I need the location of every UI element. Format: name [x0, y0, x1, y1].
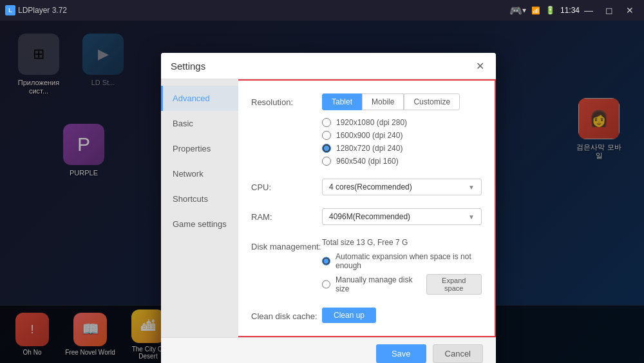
desktop: ⊞ Приложения сист... ▶ LD St... P PURPLE…	[0, 21, 644, 363]
cpu-dropdown[interactable]: 4 cores(Recommended) ▼	[322, 179, 482, 195]
app-icon: L	[5, 5, 15, 15]
resolution-options: 1920x1080 (dpi 280) 1600x900 (dpi 240) 1…	[322, 118, 482, 166]
resolution-tabs: Tablet Mobile Customize	[322, 93, 482, 110]
disk-manual-label: Manually manage disk size	[336, 275, 421, 293]
disk-field: Total size 13 G, Free 7 G Automatic expa…	[322, 238, 482, 295]
disk-manual-radio[interactable]	[322, 280, 330, 289]
settings-body: Advanced Basic Properties Network Shortc…	[161, 79, 496, 337]
cpu-row: CPU: 4 cores(Recommended) ▼	[251, 179, 482, 195]
ram-dropdown-arrow: ▼	[468, 213, 475, 221]
res-1600[interactable]: 1600x900 (dpi 240)	[322, 131, 482, 140]
title-bar: L LDPlayer 3.72 🎮 ▾ 📶 🔋 11:34 — ◻ ✕	[0, 0, 644, 21]
expand-space-button[interactable]: Expand space	[426, 274, 482, 295]
settings-close-button[interactable]: ✕	[473, 59, 486, 72]
disk-manual-option[interactable]: Manually manage disk size	[322, 275, 421, 293]
system-tray: ▾ 📶 🔋 11:34	[522, 6, 580, 15]
clean-label: Clean disk cache:	[251, 308, 322, 321]
res-960[interactable]: 960x540 (dpi 160)	[322, 157, 482, 166]
ram-dropdown[interactable]: 4096M(Recommended) ▼	[322, 208, 482, 225]
resolution-row: Resolution: Tablet Mobile Customize 1920…	[251, 93, 482, 166]
res-1920-radio[interactable]	[322, 118, 331, 127]
nav-shortcuts[interactable]: Shortcuts	[161, 186, 238, 211]
res-1920[interactable]: 1920x1080 (dpi 280)	[322, 118, 482, 127]
nav-basic[interactable]: Basic	[161, 111, 238, 136]
cpu-value: 4 cores(Recommended)	[329, 182, 412, 191]
cpu-dropdown-arrow: ▼	[468, 184, 475, 191]
res-1280-label: 1280x720 (dpi 240)	[336, 144, 402, 153]
settings-content: Resolution: Tablet Mobile Customize 1920…	[238, 79, 496, 337]
settings-dialog: Settings ✕ Advanced Basic Properties Net…	[161, 53, 496, 363]
save-button[interactable]: Save	[376, 344, 426, 363]
minimize-button[interactable]: —	[580, 3, 598, 17]
res-960-label: 960x540 (dpi 160)	[336, 157, 399, 166]
disk-auto-label: Automatic expansion when space is not en…	[336, 252, 482, 270]
clean-row: Clean disk cache: Clean up	[251, 308, 482, 323]
disk-auto-radio[interactable]	[322, 257, 330, 266]
wifi-icon: ▾	[522, 6, 526, 15]
res-1600-radio[interactable]	[322, 131, 331, 140]
nav-game-settings[interactable]: Game settings	[161, 211, 238, 237]
ram-field: 4096M(Recommended) ▼	[322, 208, 482, 225]
settings-nav: Advanced Basic Properties Network Shortc…	[161, 79, 238, 337]
tab-tablet[interactable]: Tablet	[322, 93, 362, 110]
cleanup-button[interactable]: Clean up	[322, 308, 376, 323]
ram-label: RAM:	[251, 208, 322, 222]
cpu-label: CPU:	[251, 179, 322, 192]
ram-row: RAM: 4096M(Recommended) ▼	[251, 208, 482, 225]
settings-title-bar: Settings ✕	[161, 53, 496, 79]
disk-label: Disk management:	[251, 238, 322, 251]
res-1920-label: 1920x1080 (dpi 280)	[336, 118, 407, 127]
tab-mobile[interactable]: Mobile	[362, 93, 404, 110]
resolution-field: Tablet Mobile Customize 1920x1080 (dpi 2…	[322, 93, 482, 166]
clock: 11:34	[560, 6, 580, 15]
cpu-field: 4 cores(Recommended) ▼	[322, 179, 482, 195]
resolution-label: Resolution:	[251, 93, 322, 107]
battery-icon: 🔋	[545, 6, 555, 15]
window-controls[interactable]: — ◻ ✕	[580, 3, 639, 17]
maximize-button[interactable]: ◻	[600, 3, 618, 17]
cancel-button[interactable]: Cancel	[433, 344, 483, 363]
settings-footer: Save Cancel	[161, 337, 496, 363]
res-1280-radio[interactable]	[322, 144, 331, 153]
ram-value: 4096M(Recommended)	[329, 212, 410, 221]
clean-field: Clean up	[322, 308, 482, 323]
disk-info: Total size 13 G, Free 7 G	[322, 238, 482, 247]
close-button[interactable]: ✕	[621, 3, 639, 17]
res-960-radio[interactable]	[322, 157, 331, 166]
settings-title: Settings	[171, 61, 205, 72]
res-1280[interactable]: 1280x720 (dpi 240)	[322, 144, 482, 153]
disk-manual-row: Manually manage disk size Expand space	[322, 274, 482, 295]
nav-network[interactable]: Network	[161, 161, 238, 186]
controller-icon: 🎮	[509, 5, 522, 17]
tab-customize[interactable]: Customize	[404, 93, 460, 110]
res-1600-label: 1600x900 (dpi 240)	[336, 131, 402, 140]
nav-advanced[interactable]: Advanced	[161, 86, 238, 111]
app-title: LDPlayer 3.72	[18, 6, 504, 15]
signal-icon: 📶	[531, 6, 540, 15]
nav-properties[interactable]: Properties	[161, 136, 238, 161]
disk-auto-option[interactable]: Automatic expansion when space is not en…	[322, 252, 482, 270]
disk-row: Disk management: Total size 13 G, Free 7…	[251, 238, 482, 295]
